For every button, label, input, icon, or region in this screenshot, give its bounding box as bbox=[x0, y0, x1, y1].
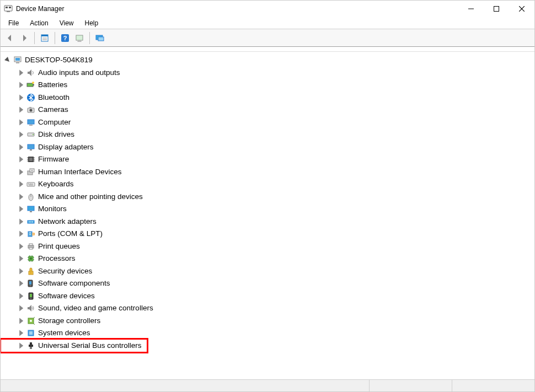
tree-category[interactable]: Display adapters bbox=[1, 141, 534, 154]
tree-category-label[interactable]: Software components bbox=[38, 277, 110, 290]
tree-root[interactable]: DESKTOP-504K819 bbox=[1, 54, 534, 67]
expander-icon[interactable] bbox=[17, 119, 25, 126]
expander-icon[interactable] bbox=[17, 131, 25, 138]
tree-category[interactable]: Batteries bbox=[1, 79, 534, 92]
tree-category[interactable]: Mice and other pointing devices bbox=[1, 191, 534, 203]
expander-icon[interactable] bbox=[17, 94, 25, 101]
toolbar-monitor-button[interactable] bbox=[93, 31, 107, 45]
tree-category-label[interactable]: Audio inputs and outputs bbox=[38, 67, 120, 79]
tree-category[interactable]: Processors bbox=[1, 253, 534, 265]
svg-rect-62 bbox=[29, 244, 33, 245]
expander-icon[interactable] bbox=[17, 218, 25, 225]
tree-category-label[interactable]: Keyboards bbox=[38, 178, 74, 191]
expander-icon[interactable] bbox=[17, 106, 25, 114]
tree-category-label[interactable]: Batteries bbox=[38, 79, 67, 92]
expander-icon[interactable] bbox=[17, 304, 25, 312]
expander-icon[interactable] bbox=[17, 230, 25, 238]
tree-category-label[interactable]: Network adapters bbox=[38, 216, 97, 228]
menu-help[interactable]: Help bbox=[79, 18, 104, 28]
expander-icon[interactable] bbox=[17, 342, 25, 350]
expander-icon[interactable] bbox=[17, 329, 25, 337]
expander-icon[interactable] bbox=[17, 267, 25, 275]
tree-category-label[interactable]: Software devices bbox=[38, 290, 95, 303]
security-icon bbox=[26, 266, 36, 276]
ports-icon bbox=[26, 229, 36, 239]
expander-icon[interactable] bbox=[17, 168, 25, 176]
expander-icon[interactable] bbox=[17, 155, 25, 163]
tree-category[interactable]: Computer bbox=[1, 116, 534, 129]
close-button[interactable] bbox=[509, 1, 534, 17]
tree-category-label[interactable]: Sound, video and game controllers bbox=[38, 302, 153, 315]
expander-icon[interactable] bbox=[17, 69, 25, 77]
expander-icon[interactable] bbox=[4, 56, 12, 64]
usb-icon bbox=[26, 341, 36, 351]
expander-icon[interactable] bbox=[17, 193, 25, 201]
tree-category[interactable]: Network adapters bbox=[1, 216, 534, 228]
tree-category[interactable]: Software components bbox=[1, 277, 534, 290]
expander-icon[interactable] bbox=[17, 81, 25, 89]
menu-file[interactable]: File bbox=[3, 18, 24, 28]
svg-rect-2 bbox=[9, 7, 11, 8]
tree-category[interactable]: Firmware bbox=[1, 153, 534, 166]
toolbar-back-button[interactable] bbox=[3, 31, 17, 45]
tree-category-label[interactable]: Disk drives bbox=[38, 128, 74, 141]
tree-category[interactable]: Sound, video and game controllers bbox=[1, 302, 534, 315]
menu-view[interactable]: View bbox=[54, 18, 79, 28]
expander-icon[interactable] bbox=[17, 243, 25, 250]
tree-category-label[interactable]: Security devices bbox=[38, 265, 92, 278]
tree-category[interactable]: Bluetooth bbox=[1, 92, 534, 104]
tree-category-label[interactable]: Universal Serial Bus controllers bbox=[38, 340, 142, 352]
tree-category[interactable]: Storage controllers bbox=[1, 315, 534, 327]
expander-icon[interactable] bbox=[17, 317, 25, 325]
expander-icon[interactable] bbox=[17, 280, 25, 287]
expander-icon[interactable] bbox=[17, 292, 25, 300]
toolbar-scan-button[interactable] bbox=[72, 31, 87, 45]
toolbar-forward-button[interactable] bbox=[17, 31, 31, 45]
tree-category[interactable]: Print queues bbox=[1, 240, 534, 253]
tree-category-label[interactable]: Processors bbox=[38, 253, 76, 265]
tree-category[interactable]: Security devices bbox=[1, 265, 534, 278]
tree-category[interactable]: Software devices bbox=[1, 290, 534, 303]
minimize-button[interactable] bbox=[458, 1, 484, 17]
expander-icon[interactable] bbox=[17, 180, 25, 188]
tree-category[interactable]: Cameras bbox=[1, 104, 534, 116]
svg-rect-89 bbox=[30, 347, 32, 349]
tree-root-label[interactable]: DESKTOP-504K819 bbox=[25, 54, 93, 67]
tree-category[interactable]: Human Interface Devices bbox=[1, 166, 534, 179]
toolbar-properties-button[interactable] bbox=[38, 31, 52, 45]
tree-category-label[interactable]: Ports (COM & LPT) bbox=[38, 228, 103, 240]
menu-action[interactable]: Action bbox=[24, 18, 54, 28]
tree-category-label[interactable]: Cameras bbox=[38, 104, 68, 116]
tree-category[interactable]: Monitors bbox=[1, 203, 534, 216]
tree-category[interactable]: Keyboards bbox=[1, 178, 534, 191]
svg-rect-45 bbox=[27, 182, 35, 186]
tree-category[interactable]: Audio inputs and outputs bbox=[1, 67, 534, 79]
mouse-icon bbox=[26, 192, 36, 202]
tree-category[interactable]: Ports (COM & LPT) bbox=[1, 228, 534, 240]
tree-category-label[interactable]: Human Interface Devices bbox=[38, 166, 122, 179]
tree-category-label[interactable]: Display adapters bbox=[38, 141, 94, 154]
tree-category-label[interactable]: Mice and other pointing devices bbox=[38, 191, 143, 203]
expander-icon[interactable] bbox=[17, 255, 25, 262]
svg-point-31 bbox=[33, 134, 34, 135]
maximize-button[interactable] bbox=[484, 1, 509, 17]
tree-category-label[interactable]: Bluetooth bbox=[38, 92, 69, 104]
tree-category-label[interactable]: Computer bbox=[38, 116, 71, 129]
tree-category[interactable]: Universal Serial Bus controllers bbox=[1, 340, 534, 352]
tree-category-label[interactable]: System devices bbox=[38, 327, 90, 340]
svg-rect-17 bbox=[98, 37, 104, 41]
monitor-icon bbox=[26, 204, 36, 214]
expander-icon[interactable] bbox=[17, 205, 25, 213]
tree-category[interactable]: System devices bbox=[1, 327, 534, 340]
tree-category-label[interactable]: Print queues bbox=[38, 240, 80, 253]
battery-icon bbox=[26, 80, 36, 90]
device-tree-area[interactable]: DESKTOP-504K819 Audio inputs and outputs… bbox=[1, 51, 534, 378]
display-icon bbox=[26, 142, 36, 152]
toolbar-help-button[interactable]: ? bbox=[58, 31, 72, 45]
app-icon bbox=[4, 4, 13, 13]
tree-category-label[interactable]: Monitors bbox=[38, 203, 67, 216]
tree-category-label[interactable]: Firmware bbox=[38, 153, 69, 166]
tree-category-label[interactable]: Storage controllers bbox=[38, 315, 100, 327]
expander-icon[interactable] bbox=[17, 143, 25, 151]
tree-category[interactable]: Disk drives bbox=[1, 128, 534, 141]
